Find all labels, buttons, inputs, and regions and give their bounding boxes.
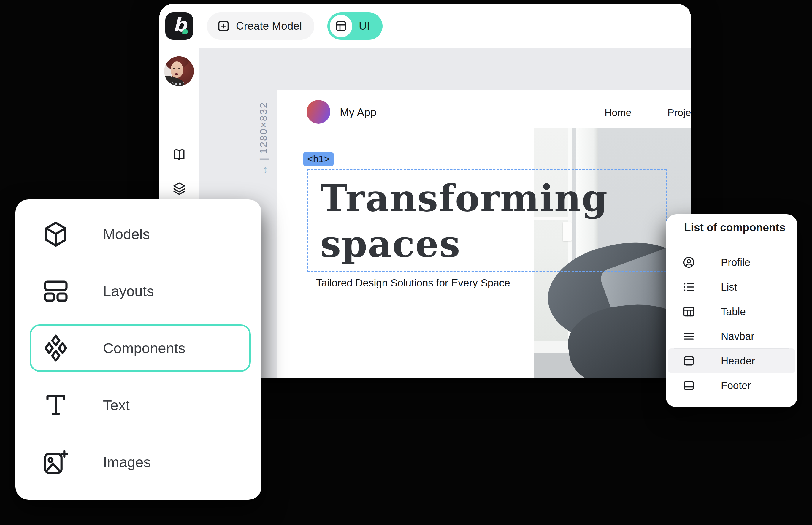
component-item-label: List [721, 281, 737, 293]
panel-item-models[interactable]: Models [15, 206, 261, 262]
site-brand-logo [306, 100, 330, 124]
ui-toggle-knob [330, 15, 352, 38]
layout-grid-icon [42, 277, 70, 305]
ui-mode-toggle[interactable]: UI [327, 13, 382, 40]
layers-icon[interactable] [172, 181, 187, 196]
create-model-label: Create Model [236, 20, 302, 32]
panel-item-components[interactable]: Components [15, 320, 261, 377]
book-icon[interactable] [172, 148, 187, 162]
panel-item-layouts[interactable]: Layouts [15, 262, 261, 320]
components-panel-title: List of components [684, 221, 785, 234]
component-item-label: Header [721, 355, 755, 367]
resize-handle-icon[interactable]: ↔ | [258, 157, 269, 175]
panel-item-label: Models [103, 226, 150, 242]
components-list-panel: List of components Profile List Table [666, 214, 797, 407]
panel-item-text[interactable]: Text [15, 377, 261, 434]
component-item-label: Footer [721, 379, 751, 391]
component-item-footer[interactable]: Footer [666, 373, 797, 398]
stage: b Create Model UI [0, 0, 812, 525]
components-list: Profile List Table Navbar [666, 250, 797, 398]
site-nav-projects[interactable]: Proje [667, 107, 691, 118]
menu-lines-icon [682, 330, 695, 343]
plus-square-icon [217, 19, 230, 33]
component-item-label: Table [721, 306, 746, 317]
create-model-button[interactable]: Create Model [207, 13, 314, 40]
user-avatar[interactable] [164, 56, 194, 86]
diamonds-icon [42, 334, 70, 362]
component-item-table[interactable]: Table [666, 299, 797, 324]
hero-subheading: Tailored Design Solutions for Every Spac… [316, 277, 510, 289]
panel-item-label: Text [103, 397, 130, 414]
panel-item-images[interactable]: Images [15, 434, 261, 491]
table-icon [682, 305, 695, 318]
cube-icon [42, 220, 70, 249]
site-preview-page: My App Home Proje <h1> Transforming spac… [277, 90, 691, 378]
component-item-header[interactable]: Header [668, 348, 795, 373]
user-circle-icon [682, 256, 695, 269]
viewport-dimensions: 1280×832 [258, 102, 269, 154]
footer-block-icon [682, 379, 695, 392]
h1-tag-badge: <h1> [303, 152, 334, 166]
topbar: b Create Model UI [160, 4, 691, 48]
panel-item-label: Components [103, 340, 185, 357]
panel-item-label: Images [103, 454, 151, 470]
viewport-size-label: ↔ | 1280×832 [257, 77, 270, 175]
image-plus-icon [42, 448, 70, 476]
site-brand-name: My App [340, 106, 376, 119]
header-block-icon [682, 354, 695, 368]
component-item-navbar[interactable]: Navbar [666, 324, 797, 348]
component-item-profile[interactable]: Profile [666, 250, 797, 274]
layout-panel-icon [335, 20, 347, 32]
site-nav-home[interactable]: Home [604, 107, 632, 118]
component-item-list[interactable]: List [666, 274, 797, 299]
component-item-label: Profile [721, 256, 750, 268]
hero-heading-line1: Transforming [320, 175, 662, 221]
panel-item-label: Layouts [103, 283, 154, 299]
ui-toggle-label: UI [359, 20, 370, 32]
component-item-label: Navbar [721, 330, 754, 342]
text-icon [42, 391, 70, 419]
app-logo[interactable]: b [165, 13, 193, 40]
elements-panel: Models Layouts Components Text Im [15, 199, 261, 500]
list-icon [682, 281, 695, 294]
hero-heading-line2: spaces [320, 221, 662, 267]
hero-heading[interactable]: Transforming spaces [320, 175, 662, 267]
